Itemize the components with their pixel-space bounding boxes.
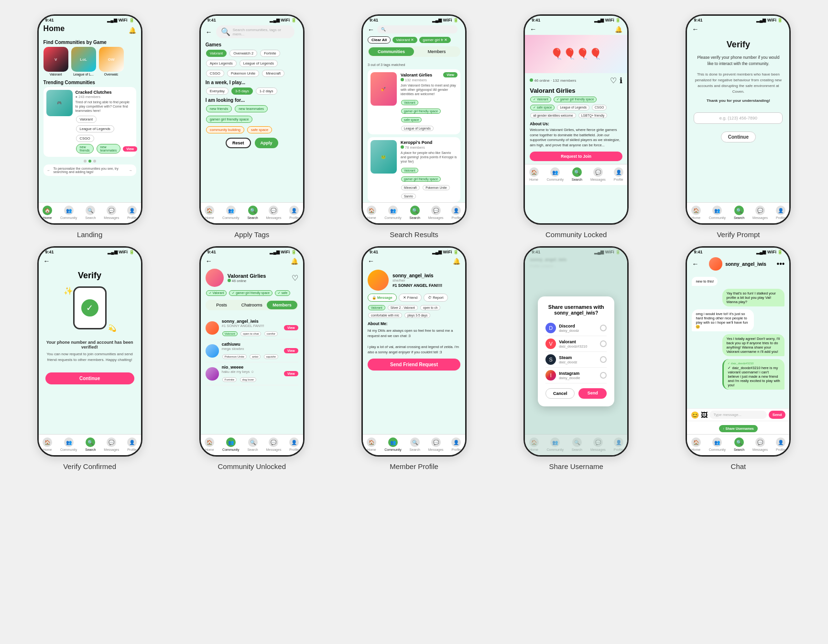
continue-button[interactable]: Continue	[721, 131, 756, 142]
nav-home[interactable]: 🏠Home	[43, 437, 52, 451]
tag-gg[interactable]: ✓ gamer girl friendly space	[229, 290, 272, 296]
nav-community[interactable]: 👥Community	[60, 437, 77, 451]
tag-v[interactable]: Valorant	[368, 305, 385, 310]
members-tab[interactable]: Members	[267, 301, 297, 309]
tag-new-teammates[interactable]: new teammates	[235, 105, 268, 112]
tag-lol[interactable]: League of Legends	[240, 60, 278, 67]
nav-community[interactable]: 👥 Community	[60, 206, 77, 219]
tag-valorant[interactable]: Valorant	[76, 116, 97, 123]
nav-profile[interactable]: 👤 Profile	[127, 206, 137, 219]
continue-button[interactable]: Continue	[45, 372, 134, 384]
community-card-1[interactable]: 💅 Valorant Girlies View 132 members Join…	[368, 69, 460, 134]
nav-search[interactable]: 🔍Search	[734, 206, 744, 219]
members-tab[interactable]: Members	[414, 47, 459, 56]
search-bar[interactable]: 🔍 Search communities, tags or mem...	[216, 25, 294, 38]
m2t2[interactable]: artist	[250, 354, 261, 359]
bell-icon[interactable]: 🔔	[129, 27, 136, 34]
tag-minecraft[interactable]: Minecraft	[262, 70, 284, 77]
image-icon[interactable]: 🖼	[701, 411, 708, 419]
tag-3-5-days[interactable]: 3-5 days	[231, 87, 253, 95]
nav-home[interactable]: 🏠 Home	[43, 206, 52, 219]
m3t2[interactable]: dog lover	[240, 377, 257, 382]
tag-valorant[interactable]: Valorant	[206, 50, 227, 57]
tag-community-building[interactable]: community building	[206, 126, 244, 133]
nav-profile[interactable]: 👤Profile	[451, 206, 461, 219]
steam-share-row[interactable]: S Steam daiz_doodz	[545, 352, 607, 368]
nav-community[interactable]: 👥Community	[709, 437, 726, 451]
valorant-share-row[interactable]: V Valorant daiz_doodz#3210	[545, 336, 607, 352]
nav-home[interactable]: 🏠Home	[691, 437, 701, 451]
x-friend-button[interactable]: ✕ Friend	[399, 294, 422, 302]
tag-safe[interactable]: ✓ safe	[275, 290, 290, 296]
nav-community[interactable]: 👥Community	[222, 437, 239, 451]
back-icon[interactable]: ←	[692, 25, 698, 33]
tag-gid[interactable]: all gender identities welcome	[530, 113, 576, 118]
chatrooms-tab[interactable]: Chatrooms	[237, 301, 267, 309]
tag-csgo[interactable]: CSGO	[206, 70, 224, 77]
tag-csgo[interactable]: CSGO	[76, 135, 94, 142]
back-icon[interactable]: ←	[368, 26, 374, 33]
nav-profile[interactable]: 👤Profile	[289, 437, 299, 451]
back-icon[interactable]: ←	[44, 257, 50, 265]
nav-home[interactable]: 🏠Home	[691, 206, 701, 219]
community-card-2[interactable]: 🐸 Keroppi's Pond 78 members A place for …	[368, 137, 460, 202]
m1t1[interactable]: Valorant	[222, 331, 238, 336]
send-button[interactable]: Send	[578, 388, 607, 399]
tag-everyday[interactable]: Everyday	[206, 87, 229, 95]
heart-icon[interactable]: ♡	[292, 273, 298, 283]
tag-1-2-days[interactable]: 1-2 days	[256, 87, 277, 95]
nav-messages[interactable]: 💬Messages	[590, 167, 606, 181]
nav-community[interactable]: 👥Community	[384, 437, 401, 451]
instagram-radio[interactable]	[600, 372, 607, 379]
request-to-join-button[interactable]: Request to Join	[530, 152, 622, 161]
tag-ss[interactable]: safe space	[401, 117, 422, 122]
tag-pokemon[interactable]: Pokemon Unite	[227, 70, 259, 77]
instagram-share-row[interactable]: I Instagram daisy_doodle	[545, 368, 607, 383]
nav-profile[interactable]: 👤Profile	[776, 437, 785, 451]
nav-messages[interactable]: 💬Messages	[752, 206, 768, 219]
nav-messages[interactable]: 💬 Messages	[266, 206, 281, 219]
nav-profile[interactable]: 👤Profile	[776, 206, 785, 219]
phone-input-field[interactable]: e.g. (123) 456-7890	[694, 112, 783, 124]
nav-home[interactable]: 🏠Home	[529, 167, 539, 181]
heart-icon[interactable]: ♡	[610, 76, 617, 85]
message-input[interactable]: Type message...	[709, 411, 766, 419]
tag-ss[interactable]: ✓ safe space	[530, 105, 555, 110]
cancel-button[interactable]: Cancel	[545, 388, 575, 399]
reset-button[interactable]: Reset	[226, 138, 251, 148]
tag-open[interactable]: open to ch	[420, 305, 440, 310]
tag-apex[interactable]: Apex Legends	[206, 60, 237, 67]
tag-new-teammates[interactable]: new teammates	[97, 144, 121, 153]
nav-messages[interactable]: 💬Messages	[428, 437, 444, 451]
nav-search[interactable]: 🔍 Search	[247, 206, 258, 219]
tag-silver[interactable]: Silver 2 - Valorant	[388, 305, 418, 310]
tag-fortnite[interactable]: Fortnite	[260, 50, 280, 57]
member-row-1[interactable]: sonny_angel_iwis #1 SONNY ANGEL FAN!!!! …	[206, 317, 298, 339]
tag-overwatch2[interactable]: Overwatch 2	[229, 50, 257, 57]
x-icon[interactable]: ✕	[444, 38, 447, 42]
back-icon[interactable]: ←	[368, 257, 374, 265]
bell-icon[interactable]: 🔔	[291, 258, 298, 265]
nav-community[interactable]: 👥Community	[709, 206, 726, 219]
valorant-filter-tag[interactable]: Valorant ✕	[392, 37, 417, 43]
tag-lgbtq[interactable]: LGBTQ+ friendly	[578, 113, 608, 118]
nav-community[interactable]: 👥 Community	[222, 206, 239, 219]
apply-button[interactable]: Apply	[255, 138, 278, 148]
m2t3[interactable]: squishn	[264, 354, 279, 359]
nav-profile[interactable]: 👤Profile	[614, 167, 623, 181]
tag-v[interactable]: ✓ Valorant	[206, 290, 227, 296]
back-icon[interactable]: ←	[692, 260, 698, 268]
valorant-radio[interactable]	[600, 340, 607, 347]
view-community-1[interactable]: View	[443, 72, 458, 77]
emoji-icon[interactable]: 😊	[691, 411, 699, 419]
tag-mc[interactable]: Minecraft	[401, 185, 420, 190]
tag-lol[interactable]: League of Legends	[401, 126, 434, 131]
nav-search[interactable]: 🔍Search	[85, 437, 96, 451]
posts-tab[interactable]: Posts	[207, 301, 237, 309]
overwatch-game[interactable]: OW Overwatc	[99, 47, 124, 76]
tag-gg2[interactable]: gamer girl friendly space	[401, 176, 441, 182]
view-member-2[interactable]: View	[284, 348, 298, 353]
send-button[interactable]: Send	[769, 411, 786, 419]
report-button[interactable]: ⏱ Report	[424, 294, 448, 302]
tag-sanrio[interactable]: Sanrio	[401, 194, 416, 199]
